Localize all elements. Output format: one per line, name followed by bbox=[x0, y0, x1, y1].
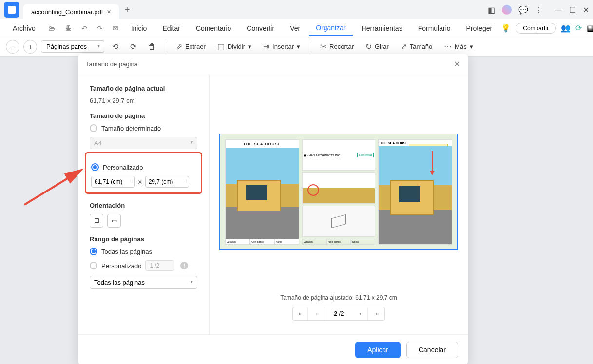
preview-isometric bbox=[302, 206, 375, 237]
minimize-button[interactable]: — bbox=[555, 5, 562, 15]
adjusted-size-text: Tamaño de página ajustado: 61,71 x 29,7 … bbox=[280, 294, 397, 301]
dialog-title: Tamaño de página bbox=[86, 60, 138, 68]
page-range-select[interactable]: Todas las páginas bbox=[90, 276, 197, 289]
pager-current: 2 /2 bbox=[326, 307, 351, 320]
info-icon[interactable]: ! bbox=[180, 262, 188, 269]
sync-icon[interactable]: ⟳ bbox=[575, 23, 582, 33]
custom-range-radio-row[interactable]: Personalizado ! bbox=[90, 260, 197, 271]
insert-button[interactable]: ⇥Insertar▾ bbox=[259, 40, 304, 53]
custom-size-radio[interactable] bbox=[91, 163, 99, 171]
rotate-right-button[interactable]: ⟳ bbox=[126, 40, 140, 53]
dialog-header: Tamaño de página ✕ bbox=[78, 54, 468, 75]
x-separator: X bbox=[138, 178, 142, 186]
preview-measurements bbox=[302, 172, 375, 204]
chat-icon[interactable]: 💬 bbox=[518, 5, 528, 15]
preview-panel-3: THE SEA HOUSE This is looking great... C… bbox=[378, 139, 452, 245]
custom-range-radio[interactable] bbox=[90, 262, 97, 269]
reviewed-badge: Reviewed bbox=[357, 153, 374, 157]
all-pages-label: Todas las páginas bbox=[101, 248, 152, 255]
annotation-circle bbox=[307, 184, 319, 196]
delete-button[interactable]: 🗑 bbox=[144, 40, 160, 53]
portrait-button[interactable]: ☐ bbox=[90, 214, 103, 228]
menu-inicio[interactable]: Inicio bbox=[124, 21, 154, 35]
all-pages-radio-row[interactable]: Todas las páginas bbox=[90, 248, 197, 255]
dialog-preview-panel: THE SEA HOUSE LocationArea SpaceName ◼ K… bbox=[210, 75, 468, 334]
notification-icon[interactable]: ◧ bbox=[488, 5, 495, 15]
preview-panel-2: ◼ KHAN ARCHITECTS INC Reviewed LocationA… bbox=[302, 139, 375, 245]
mail-icon[interactable]: ✉ bbox=[109, 24, 122, 32]
zoom-out-button[interactable]: − bbox=[6, 40, 19, 54]
pager-last[interactable]: » bbox=[370, 307, 385, 320]
dialog-close-button[interactable]: ✕ bbox=[454, 59, 460, 69]
app-logo[interactable] bbox=[4, 2, 19, 18]
pager-prev[interactable]: ‹ bbox=[310, 307, 324, 320]
pager-next[interactable]: › bbox=[354, 307, 368, 320]
menu-comentario[interactable]: Comentario bbox=[189, 21, 238, 35]
menu-convertir[interactable]: Convertir bbox=[240, 21, 281, 35]
preset-size-select: A4 bbox=[90, 137, 197, 149]
menu-formulario[interactable]: Formulario bbox=[411, 21, 458, 35]
layout-icon[interactable]: ▦ bbox=[587, 23, 593, 33]
split-button[interactable]: ◫Dividir▾ bbox=[213, 40, 255, 53]
page-size-label: Tamaño de página bbox=[90, 112, 197, 119]
rotate-button[interactable]: ↻Girar bbox=[362, 40, 393, 53]
divider bbox=[310, 42, 310, 52]
preset-size-label: Tamaño determinado bbox=[101, 125, 161, 132]
orientation-buttons: ☐ ▭ bbox=[90, 214, 197, 228]
undo-icon[interactable]: ↶ bbox=[77, 24, 91, 32]
pager-first[interactable]: « bbox=[293, 307, 308, 320]
page-filter-select[interactable]: Páginas pares bbox=[41, 40, 104, 53]
zoom-in-button[interactable]: + bbox=[23, 40, 37, 54]
crop-icon: ✂ bbox=[320, 42, 326, 51]
height-input[interactable]: 29,7 (cm) bbox=[145, 176, 189, 188]
landscape-button[interactable]: ▭ bbox=[107, 214, 121, 228]
rotate-left-button[interactable]: ⟲ bbox=[108, 40, 122, 53]
page-size-dialog: Tamaño de página ✕ Tamaño de página actu… bbox=[78, 54, 468, 364]
share-button[interactable]: Compartir bbox=[516, 23, 556, 34]
svg-line-3 bbox=[24, 171, 80, 205]
custom-size-highlight: Personalizado 61,71 (cm) X 29,7 (cm) bbox=[85, 152, 202, 194]
rotate-left-icon: ⟲ bbox=[112, 42, 118, 51]
bulb-icon[interactable]: 💡 bbox=[501, 23, 511, 33]
size-icon: ⤢ bbox=[401, 42, 407, 51]
menu-herramientas[interactable]: Herramientas bbox=[355, 21, 409, 35]
cancel-button[interactable]: Cancelar bbox=[406, 342, 458, 358]
preset-size-radio-row[interactable]: Tamaño determinado bbox=[90, 124, 197, 132]
custom-size-radio-row[interactable]: Personalizado bbox=[91, 163, 196, 171]
preview-image-3 bbox=[379, 146, 452, 244]
print-icon[interactable]: 🖶 bbox=[61, 24, 76, 32]
menu-proteger[interactable]: Proteger bbox=[459, 21, 499, 35]
preset-size-radio[interactable] bbox=[90, 124, 97, 132]
menu-organizar[interactable]: Organizar bbox=[309, 21, 352, 36]
menu-ver[interactable]: Ver bbox=[283, 21, 307, 35]
rotate-icon: ↻ bbox=[365, 42, 372, 51]
more-button[interactable]: ⋯Más▾ bbox=[440, 40, 477, 53]
more-icon[interactable]: ⋮ bbox=[535, 5, 543, 15]
redo-icon[interactable]: ↷ bbox=[93, 24, 107, 32]
dialog-footer: Aplicar Cancelar bbox=[78, 334, 468, 364]
page-range-label: Rango de páginas bbox=[90, 235, 197, 243]
custom-range-label: Personalizado bbox=[101, 262, 141, 269]
custom-size-inputs: 61,71 (cm) X 29,7 (cm) bbox=[91, 176, 196, 188]
menu-archivo[interactable]: Archivo bbox=[6, 21, 42, 35]
tab-close-icon[interactable]: × bbox=[107, 8, 111, 16]
close-button[interactable]: ✕ bbox=[583, 5, 589, 15]
user-avatar[interactable] bbox=[502, 5, 512, 15]
custom-size-label: Personalizado bbox=[103, 164, 143, 171]
menubar: Archivo 🗁 🖶 ↶ ↷ ✉ Inicio Editar Comentar… bbox=[0, 19, 593, 37]
all-pages-radio[interactable] bbox=[90, 248, 97, 255]
open-icon[interactable]: 🗁 bbox=[44, 24, 59, 32]
titlebar: accounting_Combinar.pdf × + ◧ 💬 ⋮ — ☐ ✕ bbox=[0, 0, 593, 19]
maximize-button[interactable]: ☐ bbox=[569, 5, 576, 15]
share-icon[interactable]: 👥 bbox=[561, 23, 571, 33]
current-size-value: 61,71 x 29,7 cm bbox=[90, 97, 197, 104]
extract-button[interactable]: ⬀Extraer bbox=[172, 40, 210, 53]
menu-editar[interactable]: Editar bbox=[155, 21, 187, 35]
apply-button[interactable]: Aplicar bbox=[355, 342, 401, 358]
tab-title: accounting_Combinar.pdf bbox=[31, 8, 103, 16]
size-button[interactable]: ⤢Tamaño bbox=[397, 40, 436, 53]
document-tab[interactable]: accounting_Combinar.pdf × bbox=[23, 4, 119, 19]
new-tab-button[interactable]: + bbox=[125, 5, 130, 15]
crop-button[interactable]: ✂Recortar bbox=[316, 40, 358, 53]
width-input[interactable]: 61,71 (cm) bbox=[91, 176, 135, 188]
